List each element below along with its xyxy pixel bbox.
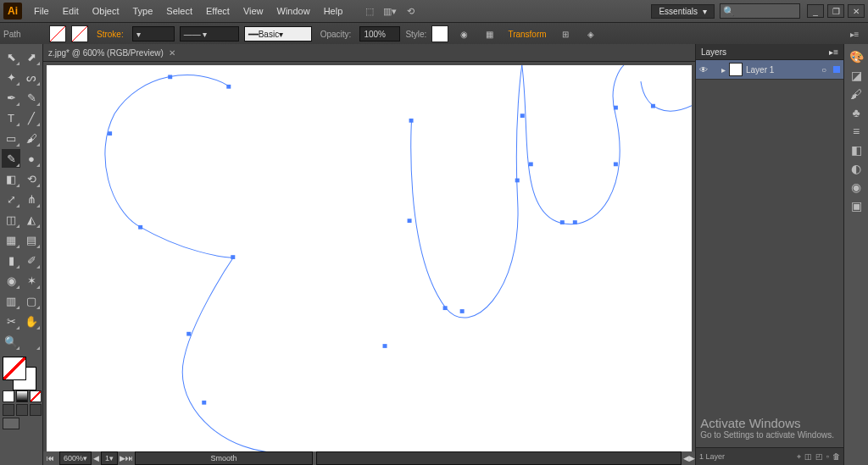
curvature-tool[interactable]: ✎ xyxy=(22,88,41,107)
type-tool[interactable]: T xyxy=(2,108,20,127)
mesh-tool[interactable]: ▤ xyxy=(22,230,41,249)
draw-behind-icon[interactable] xyxy=(16,404,28,416)
none-mode-icon[interactable] xyxy=(30,390,42,402)
panel-menu-icon[interactable]: ▸≡ xyxy=(829,47,838,57)
symbol-sprayer-tool[interactable]: ✶ xyxy=(22,271,41,290)
blob-brush-tool[interactable]: ● xyxy=(22,149,41,168)
swatches-icon[interactable]: ◪ xyxy=(847,66,865,85)
bridge-icon[interactable]: ⟲ xyxy=(403,3,418,19)
stroke-swatch[interactable] xyxy=(71,25,88,42)
target-icon[interactable]: ○ xyxy=(821,65,826,75)
opacity-input[interactable]: 100% xyxy=(359,26,400,42)
free-transform-tool[interactable]: ◫ xyxy=(2,210,20,229)
symbols-icon[interactable]: ♣ xyxy=(847,103,865,122)
blank-tool[interactable] xyxy=(22,332,41,351)
last-page-icon[interactable]: ⏭ xyxy=(125,454,133,462)
graphic-styles-icon[interactable]: ▣ xyxy=(847,197,865,215)
recolor-icon[interactable]: ◉ xyxy=(456,26,471,42)
horizontal-scrollbar[interactable] xyxy=(316,451,682,465)
minimize-button[interactable]: _ xyxy=(807,4,824,18)
width-tool[interactable]: ⋔ xyxy=(22,190,41,208)
gradient-icon[interactable]: ◧ xyxy=(847,141,865,159)
screen-mode-icon[interactable] xyxy=(3,418,19,429)
layer-name[interactable]: Layer 1 xyxy=(746,65,774,75)
color-icon[interactable]: 🎨 xyxy=(847,47,865,66)
align-icon[interactable]: ▦ xyxy=(481,26,497,42)
eyedropper-tool[interactable]: ✐ xyxy=(22,251,41,269)
locate-object-icon[interactable]: ⌖ xyxy=(797,452,801,462)
paintbrush-tool[interactable]: 🖌 xyxy=(22,129,41,147)
stroke-icon[interactable]: ≡ xyxy=(847,122,865,141)
gradient-tool[interactable]: ▮ xyxy=(2,251,20,269)
close-tab-icon[interactable]: ✕ xyxy=(169,48,175,58)
line-tool[interactable]: ╱ xyxy=(22,108,41,127)
new-sublayer-icon[interactable]: ◰ xyxy=(815,452,823,461)
menu-window[interactable]: Window xyxy=(270,3,317,19)
menu-view[interactable]: View xyxy=(236,3,270,19)
transform-label[interactable]: Transform xyxy=(508,30,546,39)
menu-type[interactable]: Type xyxy=(126,3,160,19)
stroke-profile-input[interactable]: —— ▾ xyxy=(180,26,239,42)
fill-swatch[interactable] xyxy=(49,25,66,42)
direct-selection-tool[interactable]: ⬈ xyxy=(22,47,41,66)
style-swatch[interactable] xyxy=(431,25,448,42)
scroll-left-icon[interactable]: ◀ xyxy=(683,454,689,462)
hand-tool[interactable]: ✋ xyxy=(22,312,41,330)
maximize-button[interactable]: ❐ xyxy=(827,4,844,18)
prev-page-icon[interactable]: ◀ xyxy=(93,454,99,462)
stroke-weight-input[interactable]: ▾ xyxy=(132,26,175,42)
expand-layer-icon[interactable]: ▸ xyxy=(721,65,726,75)
appearance-icon[interactable]: ◉ xyxy=(847,178,865,197)
new-layer-icon[interactable]: ▫ xyxy=(826,452,829,461)
arrange-icon[interactable]: ▥▾ xyxy=(382,3,398,19)
rectangle-tool[interactable]: ▭ xyxy=(2,129,20,147)
shape-builder-tool[interactable]: ◭ xyxy=(22,210,41,229)
blend-tool[interactable]: ◉ xyxy=(2,271,20,290)
slice-tool[interactable]: ✂ xyxy=(2,312,20,330)
layers-tab[interactable]: Layers xyxy=(701,47,726,57)
rotate-tool[interactable]: ⟲ xyxy=(22,169,41,188)
magic-wand-tool[interactable]: ✦ xyxy=(2,68,20,86)
isolate-icon[interactable]: ◈ xyxy=(583,26,598,42)
menu-file[interactable]: File xyxy=(27,3,56,19)
zoom-tool[interactable]: 🔍 xyxy=(2,332,20,351)
menu-object[interactable]: Object xyxy=(86,3,126,19)
transparency-icon[interactable]: ◐ xyxy=(847,159,865,178)
zoom-input[interactable]: 600% ▾ xyxy=(59,451,92,465)
lasso-tool[interactable]: ᔕ xyxy=(22,68,41,86)
scroll-right-icon[interactable]: ▶ xyxy=(689,454,695,462)
clipping-mask-icon[interactable]: ◫ xyxy=(804,452,812,461)
brushes-icon[interactable]: 🖌 xyxy=(847,85,865,103)
scale-tool[interactable]: ⤢ xyxy=(2,190,20,208)
fill-stroke-swatches[interactable] xyxy=(1,355,38,389)
artboard-tool[interactable]: ▢ xyxy=(22,291,41,310)
eraser-tool[interactable]: ◧ xyxy=(2,169,20,188)
brush-definition[interactable]: ━━ Basic ▾ xyxy=(244,26,312,42)
close-button[interactable]: ✕ xyxy=(848,4,865,18)
gradient-mode-icon[interactable] xyxy=(16,390,28,402)
document-tab[interactable]: z.jpg* @ 600% (RGB/Preview) ✕ xyxy=(43,44,695,62)
search-input[interactable]: 🔍 xyxy=(720,3,800,19)
menu-select[interactable]: Select xyxy=(159,3,199,19)
visibility-icon[interactable]: 👁 xyxy=(699,65,708,75)
layer-row[interactable]: 👁 ▸ Layer 1 ○ xyxy=(696,60,843,80)
first-page-icon[interactable]: ⏮ xyxy=(47,454,54,462)
perspective-tool[interactable]: ▦ xyxy=(2,230,20,249)
column-graph-tool[interactable]: ▥ xyxy=(2,291,20,310)
artboard-nav-input[interactable]: 1 ▾ xyxy=(101,451,118,465)
selection-tool[interactable]: ⬉ xyxy=(2,47,20,66)
normal-draw-icon[interactable] xyxy=(3,404,14,416)
pen-tool[interactable]: ✒ xyxy=(2,88,20,107)
cloud-icon[interactable]: ⬚ xyxy=(362,3,377,19)
transform-panel-icon[interactable]: ⊞ xyxy=(558,26,573,42)
next-page-icon[interactable]: ▶ xyxy=(120,454,125,462)
delete-layer-icon[interactable]: 🗑 xyxy=(832,452,840,461)
pencil-tool[interactable]: ✎ xyxy=(2,149,20,168)
menu-effect[interactable]: Effect xyxy=(199,3,236,19)
draw-inside-icon[interactable] xyxy=(30,404,42,416)
control-menu-icon[interactable]: ▸≡ xyxy=(847,26,862,42)
workspace-switcher[interactable]: Essentials▾ xyxy=(651,4,715,19)
canvas[interactable] xyxy=(47,65,692,451)
color-mode-icon[interactable] xyxy=(3,390,14,402)
menu-edit[interactable]: Edit xyxy=(56,3,86,19)
